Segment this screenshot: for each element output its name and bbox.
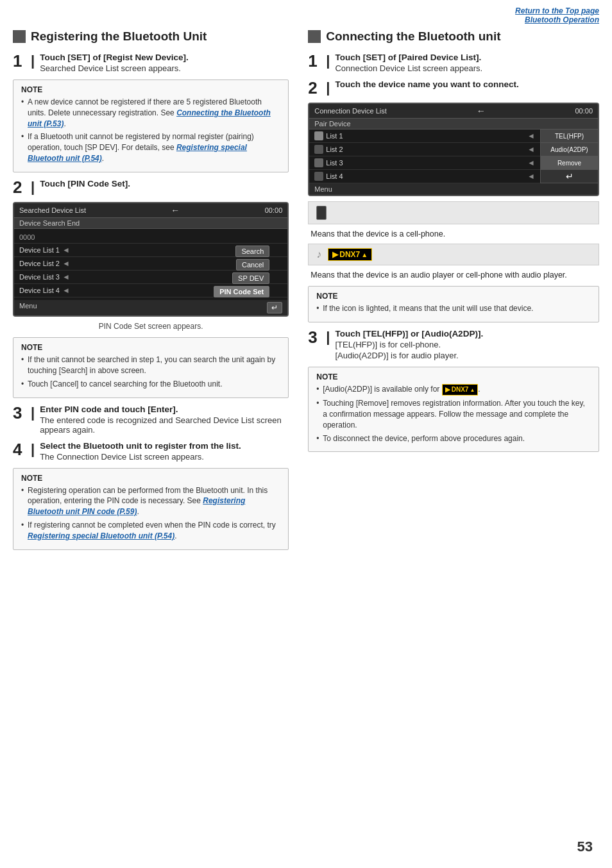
screen1-code-row: 0000: [14, 231, 287, 244]
rstep3-desc2: [Audio(A2DP)] is for audio player.: [335, 351, 599, 360]
note5-list: [Audio(A2DP)] is available only for ▶DNX…: [316, 384, 591, 444]
screen2-subrow: Pair Device: [309, 119, 598, 129]
rstep1-desc: Connection Device List screen appears.: [335, 63, 599, 73]
screen2-footer: Menu: [309, 183, 598, 195]
list3-label: List 3: [326, 159, 527, 167]
screen1-time: 00:00: [265, 206, 283, 214]
screen2-side-buttons: TEL(HFP) Audio(A2DP) Remove ↵: [540, 129, 598, 183]
note4-list: If the icon is lighted, it means that th…: [316, 303, 591, 314]
cancel-btn[interactable]: Cancel: [236, 259, 269, 271]
screen1-back[interactable]: ↵: [267, 302, 282, 313]
note5-dnx7-badge: ▶DNX7▲: [442, 384, 479, 396]
screen2-row3: List 3 ◄: [309, 156, 540, 170]
step1-num: 1: [13, 53, 27, 69]
right-note-4: NOTE If the icon is lighted, it means th…: [308, 286, 599, 322]
screen2-back-btn[interactable]: ↵: [541, 170, 598, 183]
dnx7-triangle: ▲: [361, 251, 368, 258]
right-section-title: Connecting the Bluetooth unit: [308, 29, 599, 44]
cell-phone-icon-section: Means that the device is a cell-phone.: [308, 201, 599, 238]
list4-label: List 4: [326, 172, 527, 180]
left-note-2: NOTE If the unit cannot be searched in s…: [13, 337, 289, 397]
note3-item-2: If registering cannot be completed even …: [21, 520, 280, 542]
screen1-code: 0000: [19, 233, 35, 241]
list1-label: List 1: [326, 132, 527, 140]
phone-icon-1: [314, 131, 323, 140]
rstep1-content: Touch [SET] of [Paired Device List]. Con…: [335, 53, 599, 73]
bluetooth-op-link[interactable]: Bluetooth Operation: [0, 15, 599, 24]
screen1-title: Searched Device List: [19, 206, 86, 214]
step1-divider: |: [31, 53, 35, 69]
step4-num: 4: [13, 441, 27, 458]
page-number: 53: [577, 839, 593, 855]
note2-list: If the unit cannot be searched in step 1…: [21, 355, 280, 389]
left-step-3: 3 | Enter PIN code and touch [Enter]. Th…: [13, 405, 289, 435]
cell-phone-icon: [316, 206, 327, 220]
note3-list: Registering operation can be performed f…: [21, 485, 280, 542]
audio-a2dp-btn[interactable]: Audio(A2DP): [541, 143, 598, 156]
step1-content: Touch [SET] of [Regist New Device]. Sear…: [40, 53, 289, 73]
rstep1-num: 1: [308, 53, 322, 69]
list2-label: List 2: [326, 146, 527, 153]
note1-link1[interactable]: Connecting the Bluetooth unit (P.53): [28, 108, 271, 128]
screen1-menu[interactable]: Menu: [19, 302, 37, 313]
step3-title: Enter PIN code and touch [Enter].: [40, 405, 289, 414]
pin-set-caption: PIN Code Set screen appears.: [13, 322, 289, 331]
rstep2-title: Touch the device name you want to connec…: [335, 79, 599, 89]
screen1-footer: Menu ↵: [14, 300, 287, 315]
step3-num: 3: [13, 405, 27, 421]
right-note-5: NOTE [Audio(A2DP)] is available only for…: [308, 367, 599, 452]
right-step-2: 2 | Touch the device name you want to co…: [308, 79, 599, 96]
note1-item-2: If a Bluetooth unit cannot be registered…: [21, 131, 280, 163]
rstep3-title: Touch [TEL(HFP)] or [Audio(A2DP)].: [335, 329, 599, 338]
search-btn[interactable]: Search: [235, 246, 269, 257]
step4-content: Select the Bluetooth unit to register fr…: [40, 441, 289, 462]
left-step-2: 2 | Touch [PIN Code Set].: [13, 179, 289, 196]
screen1-arrow: ←: [171, 205, 180, 215]
dnx7-badge: ▶ DNX7 ▲: [328, 248, 372, 261]
note3-link1[interactable]: Registering Bluetooth unit PIN code (P.5…: [28, 496, 245, 516]
rstep3-divider: |: [326, 329, 330, 346]
note2-title: NOTE: [21, 343, 280, 352]
step1-title: Touch [SET] of [Regist New Device].: [40, 53, 289, 62]
note1-link2[interactable]: Registering special Bluetooth unit (P.54…: [28, 143, 247, 163]
note5-dnx7-text: DNX7: [452, 385, 469, 394]
rstep1-divider: |: [326, 53, 330, 69]
note3-link2[interactable]: Registering special Bluetooth unit (P.54…: [28, 531, 174, 540]
rstep2-divider: |: [326, 79, 330, 96]
step4-desc: The Connection Device List screen appear…: [40, 452, 289, 462]
left-section-title: Registering the Bluetooth Unit: [13, 29, 289, 44]
note3-title: NOTE: [21, 474, 280, 483]
icon-4: [314, 172, 323, 181]
connection-device-list-screen: Connection Device List ← 00:00 Pair Devi…: [308, 103, 599, 196]
screen2-menu[interactable]: Menu: [314, 185, 332, 193]
screen2-title: Connection Device List: [314, 107, 387, 115]
rstep3-num: 3: [308, 329, 322, 346]
step3-divider: |: [31, 405, 35, 421]
screen1-subrow: Device Search End: [14, 218, 287, 229]
tel-hfp-btn[interactable]: TEL(HFP): [541, 129, 598, 143]
remove-btn[interactable]: Remove: [541, 156, 598, 170]
step2-title: Touch [PIN Code Set].: [40, 179, 289, 188]
screen2-arrow: ←: [477, 106, 486, 116]
note1-item-1: A new device cannot be registered if the…: [21, 97, 280, 129]
rstep3-content: Touch [TEL(HFP)] or [Audio(A2DP)]. [TEL(…: [335, 329, 599, 360]
step2-num: 2: [13, 179, 27, 196]
screen2-row1: List 1 ◄: [309, 129, 540, 143]
note2-item-1: If the unit cannot be searched in step 1…: [21, 355, 280, 376]
step1-desc: Searched Device List screen appears.: [40, 63, 289, 73]
right-step-1: 1 | Touch [SET] of [Paired Device List].…: [308, 53, 599, 73]
note4-title: NOTE: [316, 292, 591, 301]
return-top-link[interactable]: Return to the Top page: [0, 6, 599, 15]
screen1-device-list-2: Device List 2 ◄ Cancel: [14, 257, 287, 271]
note3-item-1: Registering operation can be performed f…: [21, 485, 280, 517]
pin-code-set-btn[interactable]: PIN Code Set: [214, 286, 269, 297]
top-links: Return to the Top page Bluetooth Operati…: [0, 0, 612, 27]
spdev-btn[interactable]: SP DEV: [232, 272, 269, 284]
step2-divider: |: [31, 179, 35, 196]
note5-item-1: [Audio(A2DP)] is available only for ▶DNX…: [316, 384, 591, 396]
cell-phone-desc: Means that the device is a cell-phone.: [308, 230, 599, 238]
icon-2: [314, 145, 323, 154]
section-icon-right: [308, 30, 321, 43]
left-note-1: NOTE A new device cannot be registered i…: [13, 79, 289, 172]
note5-item-3: To disconnect the device, perform above …: [316, 433, 591, 444]
